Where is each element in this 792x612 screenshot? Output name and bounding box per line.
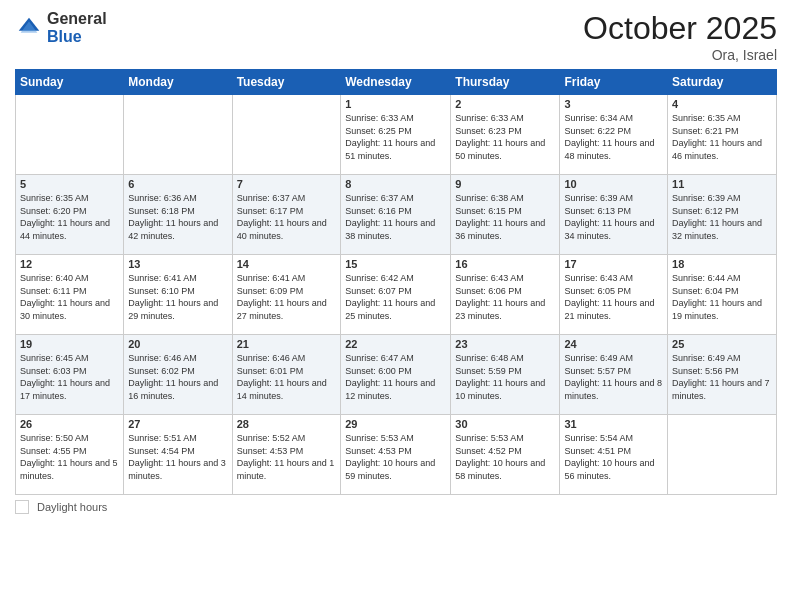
day-number: 9: [455, 178, 555, 190]
calendar-cell: 4Sunrise: 6:35 AM Sunset: 6:21 PM Daylig…: [668, 95, 777, 175]
calendar-cell: 8Sunrise: 6:37 AM Sunset: 6:16 PM Daylig…: [341, 175, 451, 255]
day-info: Sunrise: 6:48 AM Sunset: 5:59 PM Dayligh…: [455, 352, 555, 402]
day-info: Sunrise: 5:54 AM Sunset: 4:51 PM Dayligh…: [564, 432, 663, 482]
day-header-wednesday: Wednesday: [341, 70, 451, 95]
calendar-cell: 6Sunrise: 6:36 AM Sunset: 6:18 PM Daylig…: [124, 175, 232, 255]
calendar-cell: 9Sunrise: 6:38 AM Sunset: 6:15 PM Daylig…: [451, 175, 560, 255]
calendar-cell: 2Sunrise: 6:33 AM Sunset: 6:23 PM Daylig…: [451, 95, 560, 175]
day-number: 22: [345, 338, 446, 350]
day-info: Sunrise: 6:41 AM Sunset: 6:10 PM Dayligh…: [128, 272, 227, 322]
day-info: Sunrise: 6:34 AM Sunset: 6:22 PM Dayligh…: [564, 112, 663, 162]
day-header-saturday: Saturday: [668, 70, 777, 95]
day-info: Sunrise: 5:53 AM Sunset: 4:52 PM Dayligh…: [455, 432, 555, 482]
day-number: 27: [128, 418, 227, 430]
day-info: Sunrise: 5:50 AM Sunset: 4:55 PM Dayligh…: [20, 432, 119, 482]
daylight-label: Daylight hours: [37, 501, 107, 513]
day-info: Sunrise: 6:35 AM Sunset: 6:21 PM Dayligh…: [672, 112, 772, 162]
logo-icon: [15, 14, 43, 42]
day-info: Sunrise: 6:37 AM Sunset: 6:17 PM Dayligh…: [237, 192, 337, 242]
day-info: Sunrise: 6:47 AM Sunset: 6:00 PM Dayligh…: [345, 352, 446, 402]
day-number: 26: [20, 418, 119, 430]
day-header-thursday: Thursday: [451, 70, 560, 95]
day-info: Sunrise: 6:40 AM Sunset: 6:11 PM Dayligh…: [20, 272, 119, 322]
week-row-2: 5Sunrise: 6:35 AM Sunset: 6:20 PM Daylig…: [16, 175, 777, 255]
week-row-3: 12Sunrise: 6:40 AM Sunset: 6:11 PM Dayli…: [16, 255, 777, 335]
day-info: Sunrise: 6:38 AM Sunset: 6:15 PM Dayligh…: [455, 192, 555, 242]
day-number: 10: [564, 178, 663, 190]
day-number: 18: [672, 258, 772, 270]
day-info: Sunrise: 6:49 AM Sunset: 5:57 PM Dayligh…: [564, 352, 663, 402]
calendar-cell: [124, 95, 232, 175]
calendar-cell: 3Sunrise: 6:34 AM Sunset: 6:22 PM Daylig…: [560, 95, 668, 175]
day-number: 25: [672, 338, 772, 350]
calendar-cell: 30Sunrise: 5:53 AM Sunset: 4:52 PM Dayli…: [451, 415, 560, 495]
page: General Blue October 2025 Ora, Israel Su…: [0, 0, 792, 612]
day-number: 23: [455, 338, 555, 350]
day-number: 29: [345, 418, 446, 430]
calendar-cell: 31Sunrise: 5:54 AM Sunset: 4:51 PM Dayli…: [560, 415, 668, 495]
day-number: 2: [455, 98, 555, 110]
day-header-friday: Friday: [560, 70, 668, 95]
day-info: Sunrise: 6:33 AM Sunset: 6:25 PM Dayligh…: [345, 112, 446, 162]
day-number: 1: [345, 98, 446, 110]
day-number: 3: [564, 98, 663, 110]
calendar-cell: 23Sunrise: 6:48 AM Sunset: 5:59 PM Dayli…: [451, 335, 560, 415]
title-block: October 2025 Ora, Israel: [583, 10, 777, 63]
day-number: 31: [564, 418, 663, 430]
day-header-tuesday: Tuesday: [232, 70, 341, 95]
calendar-cell: 19Sunrise: 6:45 AM Sunset: 6:03 PM Dayli…: [16, 335, 124, 415]
day-info: Sunrise: 6:33 AM Sunset: 6:23 PM Dayligh…: [455, 112, 555, 162]
day-number: 20: [128, 338, 227, 350]
month-title: October 2025: [583, 10, 777, 47]
day-info: Sunrise: 5:51 AM Sunset: 4:54 PM Dayligh…: [128, 432, 227, 482]
day-number: 24: [564, 338, 663, 350]
footer: Daylight hours: [15, 500, 777, 514]
calendar-cell: [16, 95, 124, 175]
calendar-cell: 22Sunrise: 6:47 AM Sunset: 6:00 PM Dayli…: [341, 335, 451, 415]
calendar-cell: 14Sunrise: 6:41 AM Sunset: 6:09 PM Dayli…: [232, 255, 341, 335]
day-info: Sunrise: 6:43 AM Sunset: 6:05 PM Dayligh…: [564, 272, 663, 322]
day-number: 7: [237, 178, 337, 190]
day-info: Sunrise: 6:42 AM Sunset: 6:07 PM Dayligh…: [345, 272, 446, 322]
logo-general: General: [47, 10, 107, 27]
day-number: 5: [20, 178, 119, 190]
logo-blue: Blue: [47, 28, 82, 45]
day-number: 8: [345, 178, 446, 190]
logo-text: General Blue: [47, 10, 107, 45]
day-info: Sunrise: 6:44 AM Sunset: 6:04 PM Dayligh…: [672, 272, 772, 322]
calendar-cell: 7Sunrise: 6:37 AM Sunset: 6:17 PM Daylig…: [232, 175, 341, 255]
day-number: 12: [20, 258, 119, 270]
day-number: 4: [672, 98, 772, 110]
day-info: Sunrise: 6:46 AM Sunset: 6:01 PM Dayligh…: [237, 352, 337, 402]
header: General Blue October 2025 Ora, Israel: [15, 10, 777, 63]
calendar-table: SundayMondayTuesdayWednesdayThursdayFrid…: [15, 69, 777, 495]
logo: General Blue: [15, 10, 107, 45]
day-header-sunday: Sunday: [16, 70, 124, 95]
day-info: Sunrise: 5:53 AM Sunset: 4:53 PM Dayligh…: [345, 432, 446, 482]
calendar-cell: 16Sunrise: 6:43 AM Sunset: 6:06 PM Dayli…: [451, 255, 560, 335]
day-number: 28: [237, 418, 337, 430]
week-row-1: 1Sunrise: 6:33 AM Sunset: 6:25 PM Daylig…: [16, 95, 777, 175]
day-header-monday: Monday: [124, 70, 232, 95]
week-row-4: 19Sunrise: 6:45 AM Sunset: 6:03 PM Dayli…: [16, 335, 777, 415]
calendar-cell: 29Sunrise: 5:53 AM Sunset: 4:53 PM Dayli…: [341, 415, 451, 495]
day-number: 16: [455, 258, 555, 270]
calendar-cell: 26Sunrise: 5:50 AM Sunset: 4:55 PM Dayli…: [16, 415, 124, 495]
day-info: Sunrise: 6:49 AM Sunset: 5:56 PM Dayligh…: [672, 352, 772, 402]
day-number: 6: [128, 178, 227, 190]
calendar-cell: 1Sunrise: 6:33 AM Sunset: 6:25 PM Daylig…: [341, 95, 451, 175]
day-number: 30: [455, 418, 555, 430]
calendar-cell: 10Sunrise: 6:39 AM Sunset: 6:13 PM Dayli…: [560, 175, 668, 255]
day-info: Sunrise: 5:52 AM Sunset: 4:53 PM Dayligh…: [237, 432, 337, 482]
day-number: 19: [20, 338, 119, 350]
calendar-cell: 17Sunrise: 6:43 AM Sunset: 6:05 PM Dayli…: [560, 255, 668, 335]
day-info: Sunrise: 6:45 AM Sunset: 6:03 PM Dayligh…: [20, 352, 119, 402]
day-info: Sunrise: 6:35 AM Sunset: 6:20 PM Dayligh…: [20, 192, 119, 242]
day-number: 21: [237, 338, 337, 350]
location: Ora, Israel: [583, 47, 777, 63]
calendar-cell: 15Sunrise: 6:42 AM Sunset: 6:07 PM Dayli…: [341, 255, 451, 335]
calendar-cell: 27Sunrise: 5:51 AM Sunset: 4:54 PM Dayli…: [124, 415, 232, 495]
day-info: Sunrise: 6:41 AM Sunset: 6:09 PM Dayligh…: [237, 272, 337, 322]
calendar-cell: 18Sunrise: 6:44 AM Sunset: 6:04 PM Dayli…: [668, 255, 777, 335]
day-number: 14: [237, 258, 337, 270]
